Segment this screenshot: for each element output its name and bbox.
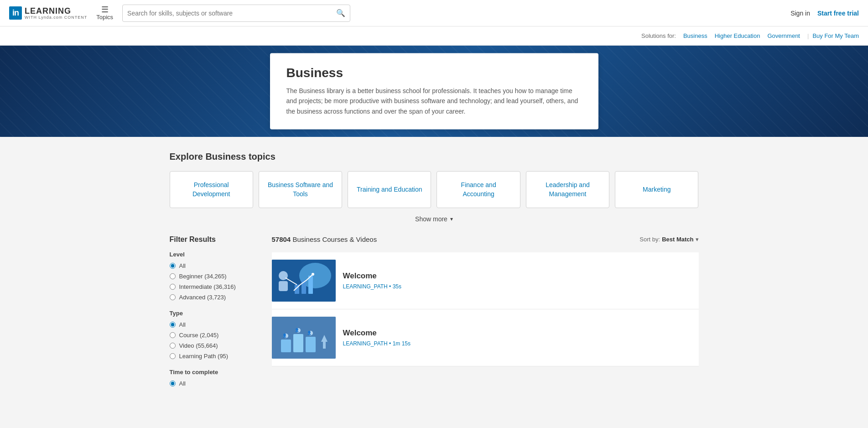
show-more-row: Show more ▾	[170, 215, 699, 223]
topics-label: Topics	[96, 14, 113, 21]
type-option-video[interactable]: Video (55,664)	[170, 342, 261, 349]
time-radio-all[interactable]	[170, 381, 176, 386]
results-count: 57804 Business Courses & Videos	[272, 235, 377, 243]
course-info-1: Welcome LEARNING_PATH • 35s	[343, 271, 699, 290]
svg-rect-10	[281, 339, 291, 352]
solutions-business-link[interactable]: Business	[683, 32, 707, 39]
level-radio-all[interactable]	[170, 263, 176, 269]
type-radio-learning-path[interactable]	[170, 353, 176, 359]
solutions-divider: |	[807, 32, 809, 39]
filter-title: Filter Results	[170, 235, 261, 244]
type-all-label: All	[179, 321, 186, 328]
solutions-label: Solutions for:	[641, 32, 676, 39]
results-count-number: 57804	[272, 235, 291, 243]
topic-card-business-software[interactable]: Business Software and Tools	[259, 171, 342, 208]
level-beginner-label: Beginner (34,265)	[179, 273, 227, 280]
topic-card-leadership-management[interactable]: Leadership and Management	[526, 171, 609, 208]
course-title-2[interactable]: Welcome	[343, 329, 699, 338]
logo-sub-text: WITH Lynda.com CONTENT	[25, 15, 87, 20]
type-radio-video[interactable]	[170, 343, 176, 349]
solutions-bar: Solutions for: Business Higher Education…	[0, 26, 868, 46]
type-radio-course[interactable]	[170, 332, 176, 338]
course-title-1[interactable]: Welcome	[343, 271, 699, 281]
course-type-2: LEARNING_PATH	[343, 340, 388, 347]
search-bar: 🔍	[122, 5, 350, 22]
explore-section-title: Explore Business topics	[170, 151, 699, 162]
course-thumb-2[interactable]: 👤 👤 👤	[272, 317, 336, 359]
linkedin-logo-box: in	[9, 6, 22, 20]
level-advanced-label: Advanced (3,723)	[179, 294, 226, 301]
logo-in-text: in	[12, 8, 19, 17]
sort-prefix: Sort by:	[639, 236, 660, 243]
type-video-label: Video (55,664)	[179, 342, 218, 349]
topic-card-professional-development[interactable]: Professional Development	[170, 171, 253, 208]
level-all-label: All	[179, 262, 186, 269]
level-radio-beginner[interactable]	[170, 273, 176, 279]
topic-link-marketing[interactable]: Marketing	[643, 185, 670, 194]
search-icon[interactable]: 🔍	[336, 9, 345, 17]
main-content: Explore Business topics Professional Dev…	[161, 137, 708, 405]
svg-rect-11	[293, 334, 303, 352]
filter-time-group: Time to complete All	[170, 369, 261, 387]
level-option-all[interactable]: All	[170, 262, 261, 269]
time-option-all[interactable]: All	[170, 380, 261, 387]
topic-link-business-software[interactable]: Business Software and Tools	[266, 181, 334, 198]
solutions-buy-link[interactable]: Buy For My Team	[812, 32, 859, 39]
level-radio-advanced[interactable]	[170, 294, 176, 300]
level-filter-label: Level	[170, 251, 261, 258]
course-card-2: 👤 👤 👤 Welcome LEARNING_PATH •	[272, 309, 699, 366]
type-course-label: Course (2,045)	[179, 332, 219, 339]
results-count-label: Business Courses & Videos	[292, 235, 377, 243]
svg-rect-12	[306, 337, 316, 352]
topics-nav-button[interactable]: ☰ Topics	[96, 5, 113, 21]
course-duration-1: 35s	[393, 283, 401, 290]
topic-link-professional-development[interactable]: Professional Development	[177, 181, 245, 198]
topics-icon: ☰	[101, 5, 109, 14]
sort-by-control[interactable]: Sort by: Best Match ▾	[639, 236, 698, 243]
course-card-1: Welcome LEARNING_PATH • 35s	[272, 252, 699, 309]
course-thumbnail-2: 👤 👤 👤	[272, 317, 336, 359]
type-option-learning-path[interactable]: Learning Path (95)	[170, 353, 261, 360]
level-radio-intermediate[interactable]	[170, 284, 176, 290]
course-meta-2: LEARNING_PATH • 1m 15s	[343, 340, 699, 347]
show-more-label: Show more	[415, 215, 447, 223]
type-option-all[interactable]: All	[170, 321, 261, 328]
logo[interactable]: in LEARNING WITH Lynda.com CONTENT	[9, 6, 87, 20]
topic-link-training-education[interactable]: Training and Education	[357, 185, 422, 194]
results-header: 57804 Business Courses & Videos Sort by:…	[272, 235, 699, 243]
hero-banner: Business The Business library is a bette…	[0, 46, 868, 137]
signin-link[interactable]: Sign in	[790, 10, 810, 17]
topic-card-marketing[interactable]: Marketing	[615, 171, 698, 208]
course-results: 57804 Business Courses & Videos Sort by:…	[272, 235, 699, 396]
search-input[interactable]	[127, 10, 336, 17]
course-duration-2: 1m 15s	[393, 340, 411, 347]
svg-rect-20	[323, 342, 326, 349]
type-learning-path-label: Learning Path (95)	[179, 353, 229, 360]
course-thumb-1[interactable]	[272, 260, 336, 302]
svg-rect-9	[272, 317, 336, 359]
topic-link-finance-accounting[interactable]: Finance and Accounting	[444, 181, 512, 198]
show-more-button[interactable]: Show more ▾	[415, 215, 453, 223]
course-thumbnail-1	[272, 260, 336, 302]
course-separator-2: •	[389, 340, 393, 347]
nav-right: Sign in Start free trial	[790, 10, 859, 17]
sort-value: Best Match	[662, 236, 693, 243]
level-option-intermediate[interactable]: Intermediate (36,316)	[170, 283, 261, 290]
topic-card-training-education[interactable]: Training and Education	[348, 171, 431, 208]
solutions-higher-ed-link[interactable]: Higher Education	[715, 32, 760, 39]
topic-link-leadership-management[interactable]: Leadership and Management	[534, 181, 602, 198]
course-meta-1: LEARNING_PATH • 35s	[343, 283, 699, 290]
svg-text:👤: 👤	[295, 328, 299, 332]
solutions-government-link[interactable]: Government	[767, 32, 800, 39]
level-option-advanced[interactable]: Advanced (3,723)	[170, 294, 261, 301]
type-radio-all[interactable]	[170, 322, 176, 328]
start-trial-link[interactable]: Start free trial	[817, 10, 859, 17]
type-filter-label: Type	[170, 310, 261, 317]
level-intermediate-label: Intermediate (36,316)	[179, 283, 236, 290]
topic-card-finance-accounting[interactable]: Finance and Accounting	[437, 171, 520, 208]
sort-chevron-icon: ▾	[696, 236, 699, 243]
level-option-beginner[interactable]: Beginner (34,265)	[170, 273, 261, 280]
logo-learning-text: LEARNING	[25, 6, 71, 16]
type-option-course[interactable]: Course (2,045)	[170, 332, 261, 339]
results-section: Filter Results Level All Beginner (34,26…	[170, 235, 699, 396]
